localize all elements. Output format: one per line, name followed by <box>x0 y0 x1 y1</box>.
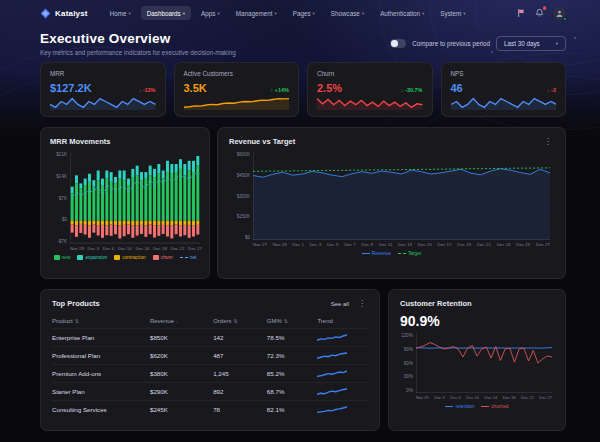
table-row[interactable]: Premium Add-ons $380K 1,245 85.2% <box>52 365 368 383</box>
customer-retention-card: Customer Retention 90.9% 120%90%60%30%0%… <box>388 289 566 431</box>
kpi-value: 2.5% <box>317 82 342 94</box>
trend-sparkline <box>317 334 347 342</box>
cell-product: Enterprise Plan <box>52 329 150 347</box>
nav-item-showcase[interactable]: Showcase▾ <box>325 6 370 20</box>
see-all-link[interactable]: See all <box>331 301 349 307</box>
notification-dot <box>543 6 547 10</box>
nav-item-management[interactable]: Management▾ <box>230 6 283 20</box>
cell-trend <box>317 383 368 401</box>
nav-item-system[interactable]: System▾ <box>434 6 471 20</box>
period-select-value: Last 30 days <box>504 40 540 47</box>
kpi-value: 3.5K <box>184 82 207 94</box>
kpi-delta-badge: ↓ -2 <box>547 87 556 93</box>
cell-gm: 82.1% <box>267 401 318 419</box>
kpi-card-nps[interactable]: NPS 46 ↓ -2 <box>441 62 567 117</box>
legend-item: retention <box>445 404 474 409</box>
column-header-orders[interactable]: Orders⇅ <box>213 315 267 329</box>
top-nav: Katalyst Home▾ Dashboards▾ Apps▾ Managem… <box>0 0 600 26</box>
kpi-card-active-customers[interactable]: Active Customers 3.5K ↑ +14% <box>174 62 300 117</box>
online-status-dot <box>563 17 567 21</box>
table-row[interactable]: Starter Plan $290K 892 68.7% <box>52 383 368 401</box>
kpi-value: 46 <box>451 82 463 94</box>
table-row[interactable]: Enterprise Plan $850K 142 78.5% <box>52 329 368 347</box>
table-row[interactable]: Consulting Services $245K 78 82.1% <box>52 401 368 419</box>
nav-item-label: Showcase <box>331 10 360 17</box>
revenue-vs-target-chart <box>253 152 550 240</box>
cell-revenue: $850K <box>150 329 213 347</box>
compare-toggle[interactable] <box>390 39 406 48</box>
kpi-sparkline <box>317 97 423 110</box>
brand-logo-icon <box>40 8 51 19</box>
column-header-trend: Trend <box>317 315 368 329</box>
cell-trend <box>317 329 368 347</box>
kpi-label: MRR <box>50 70 156 77</box>
sort-icon[interactable]: ⇅ <box>284 318 288 324</box>
kpi-delta-badge: ↓ -13% <box>138 87 155 93</box>
nav-item-dashboards[interactable]: Dashboards▾ <box>141 6 191 20</box>
nav-item-label: Management <box>236 10 273 17</box>
legend-item: expansion <box>77 255 107 260</box>
cell-orders: 142 <box>213 329 267 347</box>
period-select[interactable]: Last 30 days ▾ <box>496 36 566 51</box>
sort-icon[interactable]: ⇅ <box>75 318 79 324</box>
chevron-down-icon: ▾ <box>362 11 364 16</box>
cell-revenue: $380K <box>150 365 213 383</box>
legend-item: contraction <box>114 255 145 260</box>
chart-title: Revenue vs Target <box>229 137 295 146</box>
nav-item-label: Apps <box>201 10 215 17</box>
kpi-label: NPS <box>451 70 557 77</box>
cell-trend <box>317 365 368 383</box>
kebab-menu-icon[interactable]: ⋮ <box>542 138 554 146</box>
chevron-down-icon: ▾ <box>556 41 558 46</box>
chart-legend: RevenueTarget <box>229 251 554 256</box>
chevron-down-icon: ▾ <box>313 11 315 16</box>
notifications-bell-icon[interactable] <box>535 8 544 18</box>
chart-legend: newexpansioncontractionchurnnet <box>50 255 200 260</box>
nav-menu: Home▾ Dashboards▾ Apps▾ Management▾ Page… <box>104 6 472 20</box>
cell-product: Starter Plan <box>52 383 150 401</box>
nav-item-home[interactable]: Home▾ <box>104 6 137 20</box>
cell-gm: 72.3% <box>267 347 318 365</box>
mrr-movements-chart <box>70 152 200 244</box>
brand-name: Katalyst <box>55 9 88 18</box>
language-flag-icon[interactable] <box>517 8 526 18</box>
column-header-revenue[interactable]: Revenue↓ <box>150 315 213 329</box>
legend-item: churned <box>481 404 508 409</box>
kpi-value: $127.2K <box>50 82 92 94</box>
sort-icon[interactable]: ⇅ <box>233 318 237 324</box>
top-products-table: Product⇅ Revenue↓ Orders⇅ GM%⇅ Trend Ent… <box>52 315 368 418</box>
kebab-menu-icon[interactable]: ⋮ <box>356 300 368 308</box>
column-header-gm[interactable]: GM%⇅ <box>267 315 318 329</box>
cell-revenue: $245K <box>150 401 213 419</box>
user-avatar[interactable] <box>553 7 566 20</box>
legend-item: Target <box>398 251 421 256</box>
kpi-sparkline <box>451 97 557 110</box>
y-axis-labels: $21K$14K$7K$0-$7K <box>50 152 70 244</box>
chevron-down-icon: ▾ <box>217 11 219 16</box>
bottom-row: Top Products See all ⋮ Product⇅ Revenue↓… <box>0 279 600 431</box>
sort-icon[interactable]: ↓ <box>176 318 179 324</box>
nav-item-authentication[interactable]: Authentication▾ <box>374 6 430 20</box>
table-header-row: Product⇅ Revenue↓ Orders⇅ GM%⇅ Trend <box>52 315 368 329</box>
cell-product: Professional Plan <box>52 347 150 365</box>
chevron-down-icon: ▾ <box>422 11 424 16</box>
nav-item-pages[interactable]: Pages▾ <box>287 6 321 20</box>
table-row[interactable]: Professional Plan $620K 487 72.3% <box>52 347 368 365</box>
trend-sparkline <box>317 352 347 360</box>
chart-legend: retentionchurned <box>400 404 554 409</box>
kpi-card-churn[interactable]: Churn 2.5% ↓ -30.7% <box>307 62 433 117</box>
nav-right-actions <box>517 7 566 20</box>
legend-item: new <box>54 255 71 260</box>
kpi-card-mrr[interactable]: MRR $127.2K ↓ -13% <box>40 62 166 117</box>
executive-overview-page: Katalyst Home▾ Dashboards▾ Apps▾ Managem… <box>0 0 600 442</box>
brand[interactable]: Katalyst <box>40 8 88 19</box>
kpi-delta-badge: ↑ +14% <box>271 87 290 93</box>
nav-item-apps[interactable]: Apps▾ <box>195 6 226 20</box>
page-title: Executive Overview <box>40 31 236 46</box>
kpi-label: Active Customers <box>184 70 290 77</box>
cell-revenue: $290K <box>150 383 213 401</box>
legend-item: net <box>180 255 197 260</box>
cell-product: Consulting Services <box>52 401 150 419</box>
column-header-product[interactable]: Product⇅ <box>52 315 150 329</box>
customer-retention-chart <box>416 333 552 393</box>
